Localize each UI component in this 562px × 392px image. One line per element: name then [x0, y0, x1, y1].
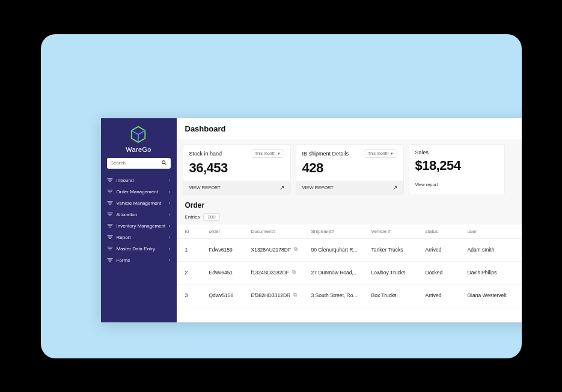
sidebar-item-inbound[interactable]: Inbound › [101, 175, 177, 186]
table-row[interactable]: 3 Qdwv5156 Ef362HD3312DR 3 South Street,… [177, 285, 522, 307]
cell-id: 2 [185, 270, 209, 276]
col-id: Id [185, 229, 209, 234]
order-section-header: Order Entries 200 [177, 195, 522, 225]
view-report-button[interactable]: VIEW REPORT ↗ [183, 181, 290, 194]
svg-rect-27 [294, 247, 296, 250]
sidebar-item-label: Vehicle Management [117, 201, 162, 206]
sidebar-item-allocation[interactable]: Allocation › [101, 209, 177, 220]
cell-order: Fdwv6159 [209, 247, 251, 253]
chevron-right-icon: › [169, 223, 171, 229]
menu-icon [107, 235, 113, 239]
chevron-right-icon: › [169, 258, 171, 263]
cell-vehicle: Lowboy Trucks [371, 270, 426, 276]
stat-card-ib-shipment: IB shipment Details This month ▾ 428 VIE… [296, 144, 404, 195]
cell-document: Ef362HD3312DR [251, 292, 291, 298]
sidebar: WareGo [101, 118, 177, 322]
table-row[interactable]: 2 Edwv6451 f1324SD3182DF 27 Dunmow Road,… [177, 262, 522, 285]
sidebar-item-forms[interactable]: Forms › [101, 255, 177, 266]
sidebar-item-label: Forms [117, 258, 130, 263]
logo-cube-icon [129, 125, 147, 143]
range-selector[interactable]: This month ▾ [364, 149, 397, 158]
stat-cards-row: Stock in hand This month ▾ 36,453 VIEW R… [177, 139, 522, 195]
col-user: user [468, 229, 522, 234]
menu-icon [107, 190, 113, 193]
sidebar-item-inventory-management[interactable]: Inventory Management › [101, 220, 177, 232]
chevron-right-icon: › [169, 246, 171, 252]
stat-card-value: $18,254 [409, 157, 504, 178]
col-vehicle: Vehicle # [371, 229, 426, 234]
stat-card-label: Stock in hand [189, 151, 222, 157]
cell-status: Arrived [426, 292, 468, 298]
stat-card-label: Sales [415, 149, 429, 155]
app-window: WareGo [101, 118, 522, 322]
cell-vehicle: Box Trucks [371, 292, 426, 298]
view-report-button[interactable]: VIEW REPORT ↗ [296, 181, 403, 194]
search-input-container[interactable] [107, 158, 171, 169]
brand: WareGo [126, 123, 151, 158]
cell-shipment: 3 South Street, Ro... [311, 292, 365, 298]
cell-shipment: 90 Glenurquhart R... [311, 247, 365, 253]
stat-card-value: 36,453 [183, 159, 290, 181]
copy-icon[interactable] [293, 292, 298, 298]
menu-icon [107, 201, 113, 205]
cell-user: Adam smith [468, 247, 522, 253]
chevron-right-icon: › [169, 212, 171, 217]
chevron-right-icon: › [169, 235, 171, 240]
sidebar-item-label: Master Data Entry [117, 246, 155, 252]
arrow-ne-icon: ↗ [392, 184, 397, 191]
sidebar-item-vehicle-management[interactable]: Vehicle Management › [101, 198, 177, 209]
copy-icon[interactable] [292, 270, 296, 276]
copy-icon[interactable] [293, 247, 298, 253]
orders-table: Id order Document# Shipment# Vehicle # s… [177, 225, 522, 322]
svg-line-1 [165, 163, 166, 164]
search-input[interactable] [111, 160, 161, 166]
cell-order: Edwv6451 [209, 270, 251, 276]
cell-user: Giana Westervelt [468, 292, 522, 298]
main-content: Dashboard Stock in hand This month ▾ 36,… [177, 118, 522, 322]
stat-card-label: IB shipment Details [302, 151, 349, 157]
chevron-right-icon: › [169, 178, 171, 183]
cell-order: Qdwv5156 [209, 292, 251, 298]
svg-point-0 [162, 160, 165, 163]
svg-rect-29 [292, 270, 295, 273]
range-label: This month [255, 151, 276, 155]
svg-rect-31 [294, 293, 296, 295]
sidebar-item-label: Inbound [117, 178, 134, 183]
menu-icon [107, 178, 113, 182]
svg-rect-30 [295, 294, 297, 297]
chevron-down-icon: ▾ [278, 151, 280, 156]
sidebar-item-label: Order Management [117, 189, 158, 194]
table-row[interactable]: 1 Fdwv6159 X1328AU2178DF 90 Glenurquhart… [177, 239, 522, 262]
menu-icon [107, 258, 113, 262]
sidebar-item-label: Allocation [117, 212, 138, 217]
view-report-label: View report [415, 182, 438, 187]
cell-shipment: 27 Dunmow Road,... [311, 270, 365, 276]
menu-icon [107, 224, 113, 228]
entries-count-selector[interactable]: 200 [203, 213, 219, 221]
sidebar-item-label: Inventory Management [117, 223, 166, 229]
cell-status: Arrived [426, 247, 468, 253]
view-report-button[interactable]: View report [409, 178, 504, 191]
entries-control: Entries 200 [185, 213, 522, 221]
cell-id: 1 [185, 247, 209, 253]
arrow-ne-icon: ↗ [279, 184, 284, 191]
cell-document: X1328AU2178DF [251, 247, 292, 253]
chevron-right-icon: › [169, 201, 171, 206]
range-selector[interactable]: This month ▾ [251, 149, 284, 158]
section-title: Order [185, 201, 522, 210]
cell-vehicle: Tanker Trucks [371, 247, 426, 253]
search-icon [161, 160, 167, 167]
cell-id: 3 [185, 292, 209, 298]
svg-rect-26 [295, 249, 298, 251]
sidebar-item-order-management[interactable]: Order Management › [101, 186, 177, 198]
menu-icon [107, 213, 113, 216]
entries-label: Entries [185, 214, 200, 220]
stat-card-value: 428 [296, 159, 403, 181]
sidebar-item-master-data-entry[interactable]: Master Data Entry › [101, 243, 177, 255]
brand-name: WareGo [126, 146, 151, 153]
svg-rect-28 [293, 271, 295, 274]
chevron-right-icon: › [169, 189, 171, 194]
stat-card-sales: Sales $18,254 View report [409, 144, 505, 195]
sidebar-item-report[interactable]: Report › [101, 232, 177, 243]
cell-user: Davis Philips [468, 270, 522, 276]
